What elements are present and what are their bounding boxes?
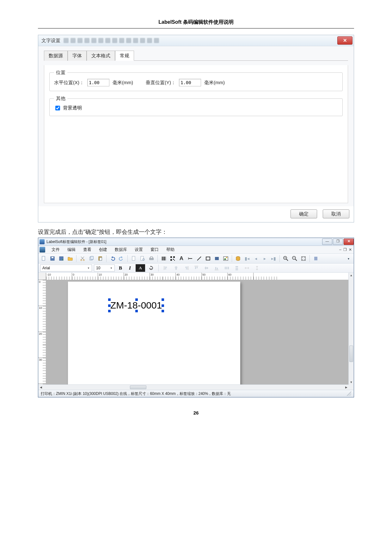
label-text-object[interactable]: ZM-18-0001	[109, 299, 163, 311]
menu-view[interactable]: 查看	[79, 247, 95, 253]
mdi-system-icon[interactable]	[40, 247, 45, 253]
pos-y-input[interactable]	[179, 79, 201, 86]
rect-icon[interactable]	[204, 254, 212, 263]
menu-settings[interactable]: 设置	[131, 247, 147, 253]
list-icon[interactable]	[312, 254, 320, 263]
resize-handle[interactable]	[108, 304, 111, 307]
resize-handle[interactable]	[135, 298, 138, 301]
ok-button[interactable]: 确定	[291, 209, 317, 218]
first-icon[interactable]: ▮◂	[243, 254, 251, 263]
print-icon[interactable]	[147, 254, 156, 263]
vertical-scrollbar[interactable]: ▲ ▼	[348, 273, 354, 385]
svg-rect-10	[100, 258, 102, 260]
app-titlebar[interactable]: LabelSoft标签编辑软件 - [新标签01] — ❐ ✕	[38, 238, 354, 246]
window-maximize-button[interactable]: ❐	[333, 239, 343, 245]
prev-icon[interactable]: ◂	[252, 254, 260, 263]
align-bottom-icon[interactable]	[212, 264, 221, 272]
scroll-down-icon[interactable]: ▼	[349, 380, 354, 385]
svg-point-36	[226, 257, 227, 258]
dialog-titlebar[interactable]: 文字设置 ✕	[38, 35, 354, 46]
dline-icon[interactable]	[195, 254, 203, 263]
window-close-button[interactable]: ✕	[344, 239, 354, 245]
mdi-restore-button[interactable]: ❐	[343, 247, 347, 252]
cut-icon[interactable]	[78, 254, 87, 263]
resize-handle[interactable]	[162, 310, 164, 312]
align-hcenter-icon[interactable]	[172, 264, 180, 272]
font-name-dropdown[interactable]: Arial ▼	[40, 265, 92, 271]
align-right-icon[interactable]	[182, 264, 190, 272]
page-icon[interactable]	[130, 254, 138, 263]
tab-general[interactable]: 常规	[115, 51, 134, 61]
close-button[interactable]: ✕	[337, 36, 352, 45]
dist-h-icon[interactable]	[223, 264, 231, 272]
resize-handle[interactable]	[162, 298, 164, 301]
scroll-up-icon[interactable]: ▲	[349, 273, 354, 278]
transparent-checkbox[interactable]	[55, 106, 60, 110]
transparent-label: 背景透明	[63, 105, 82, 111]
svg-rect-8	[91, 256, 93, 259]
horizontal-scrollbar[interactable]: ◀ ▶	[38, 384, 349, 390]
menu-create[interactable]: 创建	[95, 247, 111, 253]
resize-handle[interactable]	[108, 310, 111, 312]
qrcode-icon[interactable]	[168, 254, 177, 263]
zoom-fit-icon[interactable]	[299, 254, 308, 263]
menu-database[interactable]: 数据库	[111, 247, 131, 253]
paste-icon[interactable]	[96, 254, 104, 263]
italic-button[interactable]: I	[126, 264, 134, 272]
scroll-right-icon[interactable]: ▶	[344, 385, 349, 390]
fillrect-icon[interactable]	[213, 254, 221, 263]
scroll-thumb[interactable]	[349, 346, 353, 362]
tab-data-source[interactable]: 数据源	[44, 51, 68, 61]
save-as-icon[interactable]	[57, 254, 65, 263]
same-width-icon[interactable]	[243, 264, 251, 272]
ruler-vertical: 0 10 20 30	[38, 280, 46, 385]
label-sheet[interactable]: ZM-18-0001	[68, 282, 240, 385]
menu-file[interactable]: 文件	[48, 247, 64, 253]
next-icon[interactable]: ▸	[260, 254, 269, 263]
same-height-icon[interactable]	[253, 264, 261, 272]
database-icon[interactable]	[234, 254, 242, 263]
resize-handle[interactable]	[162, 304, 164, 307]
open-icon[interactable]	[66, 254, 74, 263]
tab-font[interactable]: 字体	[68, 51, 87, 61]
dist-v-icon[interactable]	[233, 264, 241, 272]
preview-icon[interactable]	[138, 254, 147, 263]
align-top-icon[interactable]	[192, 264, 200, 272]
redo-icon[interactable]	[117, 254, 126, 263]
resize-grip-icon[interactable]	[347, 391, 351, 396]
text-icon[interactable]: A	[177, 254, 186, 263]
menu-edit[interactable]: 编辑	[64, 247, 79, 253]
resize-handle[interactable]	[135, 310, 138, 312]
window-minimize-button[interactable]: —	[322, 239, 332, 245]
pos-y-label: 垂直位置(Y)：	[146, 80, 176, 86]
cancel-button[interactable]: 取消	[323, 209, 349, 218]
bold-button[interactable]: B	[117, 264, 124, 272]
resize-handle[interactable]	[108, 298, 111, 301]
last-icon[interactable]: ▸▮	[269, 254, 278, 263]
font-size-dropdown[interactable]: 10 ▼	[94, 265, 115, 271]
align-vcenter-icon[interactable]	[202, 264, 211, 272]
scroll-left-icon[interactable]: ◀	[38, 385, 43, 390]
workspace[interactable]: ZM-18-0001	[46, 280, 349, 385]
new-icon[interactable]	[40, 254, 48, 263]
scroll-thumb[interactable]	[130, 385, 146, 389]
barcode-icon[interactable]	[160, 254, 168, 263]
mdi-close-button[interactable]: ✕	[349, 247, 352, 252]
rotate-icon[interactable]: 90	[147, 264, 155, 272]
save-icon[interactable]	[48, 254, 57, 263]
hline-icon[interactable]	[186, 254, 194, 263]
align-left-icon[interactable]	[162, 264, 170, 272]
copy-icon[interactable]	[87, 254, 95, 263]
menu-help[interactable]: 帮助	[162, 247, 178, 253]
overflow-icon[interactable]: ▾	[344, 254, 352, 263]
undo-icon[interactable]	[108, 254, 117, 263]
inverse-button[interactable]: A	[136, 264, 145, 272]
transparent-checkbox-row[interactable]: 背景透明	[54, 105, 338, 111]
zoom-out-icon[interactable]	[291, 254, 299, 263]
tab-text-format[interactable]: 文本格式	[87, 51, 115, 61]
menu-window[interactable]: 窗口	[147, 247, 162, 253]
zoom-in-icon[interactable]	[282, 254, 290, 263]
pos-x-input[interactable]	[87, 79, 109, 86]
mdi-minimize-button[interactable]: –	[339, 247, 341, 252]
image-icon[interactable]	[222, 254, 230, 263]
